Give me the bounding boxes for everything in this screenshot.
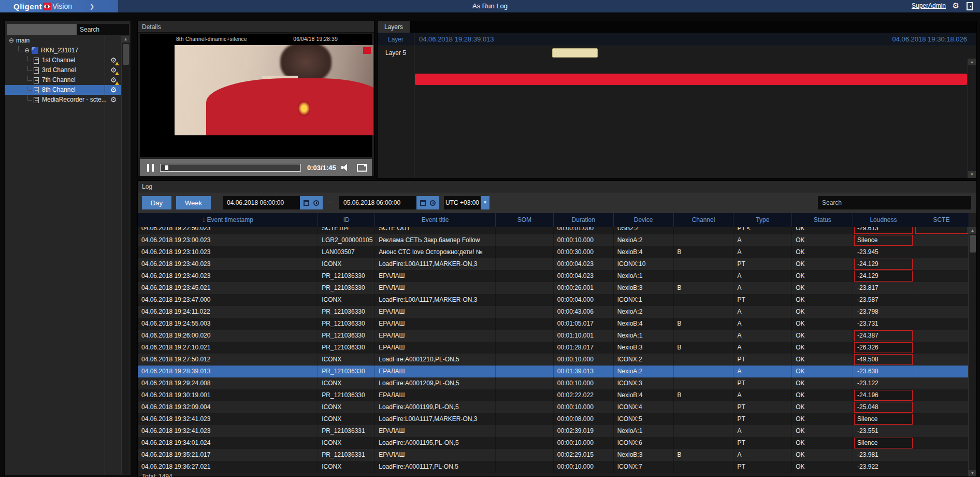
video-preview[interactable]: 8th Channel-dinamic+silence 06/04/18 19:… [140, 34, 372, 157]
tree-item-label: 8th Channel [42, 85, 76, 95]
scroll-up-icon[interactable]: ▲ [122, 36, 129, 43]
scroll-down-icon[interactable]: ▼ [969, 470, 976, 476]
log-row[interactable]: 04.06.2018 19:27:50.012ICONXLoadFire:A00… [138, 354, 969, 366]
channel-settings-button[interactable]: ⚙ [105, 55, 122, 65]
log-row[interactable]: 04.06.2018 19:23:40.023PR_121036330ЕРАЛА… [138, 270, 969, 282]
channel-settings-button[interactable]: ⚙ [105, 95, 122, 105]
alarm-timeline-bar[interactable] [415, 74, 967, 85]
layer5-event-block[interactable] [552, 48, 598, 58]
cell-scte [914, 246, 969, 258]
collapse-icon[interactable]: ⊖ [24, 46, 30, 55]
cell-timestamp: 04.06.2018 19:23:10.023 [138, 246, 318, 258]
log-row[interactable]: 04.06.2018 19:32:41.023PR_121036331ЕРАЛА… [138, 425, 969, 437]
log-row[interactable]: 04.06.2018 19:23:10.023LAN003507Анонс СТ… [138, 246, 969, 258]
date-from-input[interactable] [223, 196, 300, 209]
column-header-device[interactable]: Device [614, 213, 674, 227]
cell-timestamp: 04.06.2018 19:23:00.023 [138, 234, 318, 246]
calendar-icon[interactable] [420, 200, 426, 206]
column-header-id[interactable]: ID [318, 213, 375, 227]
loudness-value: -23.122 [854, 378, 913, 389]
seek-slider[interactable] [160, 164, 301, 172]
fullscreen-icon[interactable] [357, 164, 367, 172]
tree-item-label: RKN_231017 [41, 46, 78, 55]
volume-icon[interactable] [341, 163, 351, 172]
scrollbar-thumb[interactable] [123, 44, 129, 65]
log-row[interactable]: 04.06.2018 19:29:24.008ICONXLoadFire:A00… [138, 377, 969, 389]
cell-som [496, 330, 554, 342]
column-header-event-title[interactable]: Event title [375, 213, 496, 227]
scte-empty [915, 259, 968, 270]
collapse-icon[interactable]: ⊖ [9, 36, 14, 46]
log-row[interactable]: 04.06.2018 19:23:40.023ICONXLoadFire:L00… [138, 258, 969, 270]
chevron-right-icon[interactable]: ❯ [90, 3, 94, 10]
scroll-down-icon[interactable]: ▼ [968, 171, 976, 178]
column-header-som[interactable]: SOM [496, 213, 554, 227]
log-row[interactable]: 04.06.2018 19:34:01.024ICONXLoadFire:A00… [138, 437, 969, 449]
cell-title: ЕРАЛАШ [375, 330, 496, 342]
date-to-input[interactable] [339, 196, 416, 209]
user-account-link[interactable]: SuperAdmin [912, 2, 946, 9]
cell-title: ЕРАЛАШ [375, 282, 496, 294]
column-header-scte[interactable]: SCTE [914, 213, 969, 227]
settings-gear-icon[interactable]: ⚙ [953, 1, 959, 10]
column-header-duration[interactable]: Duration [554, 213, 614, 227]
channel-settings-button[interactable]: ⚙ [105, 85, 122, 95]
log-row[interactable]: 04.06.2018 19:23:45.021PR_121036330ЕРАЛА… [138, 282, 969, 294]
layers-scrollbar[interactable]: ▲ ▼ [968, 59, 976, 178]
log-row[interactable]: 04.06.2018 19:27:10.021PR_121036330ЕРАЛА… [138, 342, 969, 354]
cell-scte [914, 413, 969, 425]
column-header-status[interactable]: Status [792, 213, 853, 227]
log-row[interactable]: 04.06.2018 19:26:00.020PR_121036330ЕРАЛА… [138, 330, 969, 342]
tab-layers[interactable]: Layers [378, 21, 410, 33]
log-row[interactable]: 04.06.2018 19:28:39.013PR_121036330ЕРАЛА… [138, 366, 969, 377]
app-logo[interactable]: Qligent Vision ❯ [0, 0, 118, 12]
clock-icon[interactable] [430, 200, 436, 206]
week-button[interactable]: Week [176, 196, 211, 209]
logout-door-icon[interactable] [967, 2, 973, 10]
log-row[interactable]: 04.06.2018 19:24:11.022PR_121036330ЕРАЛА… [138, 306, 969, 318]
channel-settings-button[interactable]: ⚙ [105, 65, 122, 75]
tree-connector [27, 95, 32, 101]
timezone-dropdown-arrow[interactable]: ▼ [481, 196, 489, 209]
column-header-channel[interactable]: Channel [674, 213, 734, 227]
log-row[interactable]: 04.06.2018 19:32:09.004ICONXLoadFire:A00… [138, 401, 969, 413]
log-row[interactable]: 04.06.2018 19:30:19.001PR_121036330ЕРАЛА… [138, 389, 969, 401]
log-row[interactable]: 04.06.2018 19:32:41.023ICONXLoadFire:L00… [138, 413, 969, 425]
log-row[interactable]: 04.06.2018 19:35:21.017PR_121036331ЕРАЛА… [138, 449, 969, 461]
cell-duration: 00:00:10.000 [554, 377, 614, 389]
date-from-pickers[interactable] [300, 196, 323, 209]
log-row[interactable]: 04.06.2018 19:24:55.003PR_121036330ЕРАЛА… [138, 318, 969, 330]
clock-icon[interactable] [313, 200, 319, 206]
cell-duration: 00:00:26.001 [554, 282, 614, 294]
column-header-loudness[interactable]: Loudness [853, 213, 914, 227]
cell-id: PR_121036330 [318, 270, 375, 282]
scroll-up-icon[interactable]: ▲ [969, 227, 976, 234]
pause-button[interactable] [147, 164, 154, 172]
cell-scte [914, 425, 969, 437]
cell-scte [914, 318, 969, 330]
total-count-label: Total: 1494 [142, 473, 172, 477]
scrollbar-thumb[interactable] [970, 235, 976, 252]
sidebar-search-input[interactable] [77, 24, 129, 35]
log-search-input[interactable] [818, 196, 971, 209]
log-row[interactable]: 04.06.2018 19:22:50.023SCTE104SCTE OUT00… [138, 227, 969, 234]
day-button[interactable]: Day [142, 196, 171, 209]
scroll-up-icon[interactable]: ▲ [968, 59, 976, 65]
seek-thumb[interactable] [165, 165, 168, 170]
playback-time: 0:03/1:45 [307, 164, 336, 172]
calendar-icon[interactable] [304, 200, 309, 206]
loudness-value: -23.731 [854, 318, 913, 329]
cell-title: LoadFire:A0001199,PL-ON,5 [375, 401, 496, 413]
log-scrollbar[interactable]: ▲ ▼ [968, 227, 976, 476]
sidebar-scrollbar[interactable]: ▲ [121, 36, 129, 474]
column-header-type[interactable]: Type [733, 213, 792, 227]
column-header-event-timestamp[interactable]: ↓Event timestamp [138, 213, 318, 227]
log-row[interactable]: 04.06.2018 19:23:00.023LGR2_000000105Рек… [138, 234, 969, 246]
cell-device: NexioB:4 [614, 318, 674, 330]
log-row[interactable]: 04.06.2018 19:23:47.000ICONXLoadFire:L00… [138, 294, 969, 306]
log-row[interactable]: 04.06.2018 19:36:27.021ICONXLoadFire:A00… [138, 461, 969, 473]
cell-status: OK [792, 270, 853, 282]
channel-settings-button[interactable]: ⚙ [105, 75, 122, 85]
date-to-pickers[interactable] [416, 196, 439, 209]
details-panel-title: Details [138, 21, 374, 33]
